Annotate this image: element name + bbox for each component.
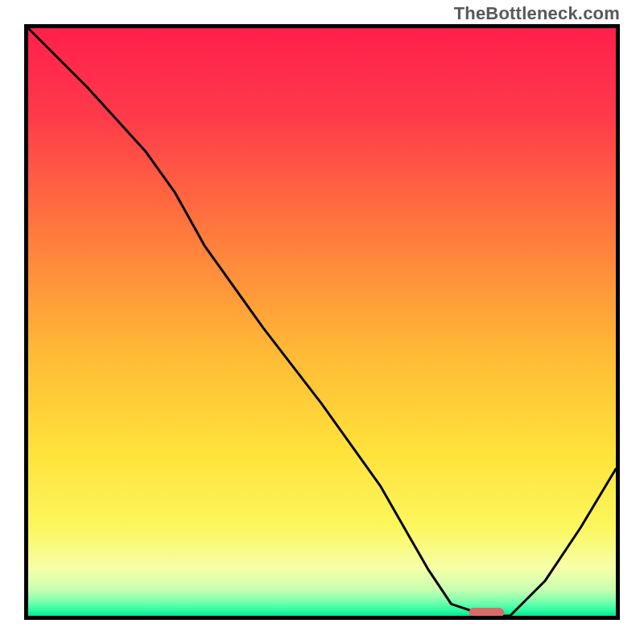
chart-frame: [24, 24, 620, 620]
gradient-background: [28, 28, 616, 616]
optimal-marker: [469, 608, 505, 616]
watermark-text: TheBottleneck.com: [454, 3, 620, 24]
chart-svg: [28, 28, 616, 616]
